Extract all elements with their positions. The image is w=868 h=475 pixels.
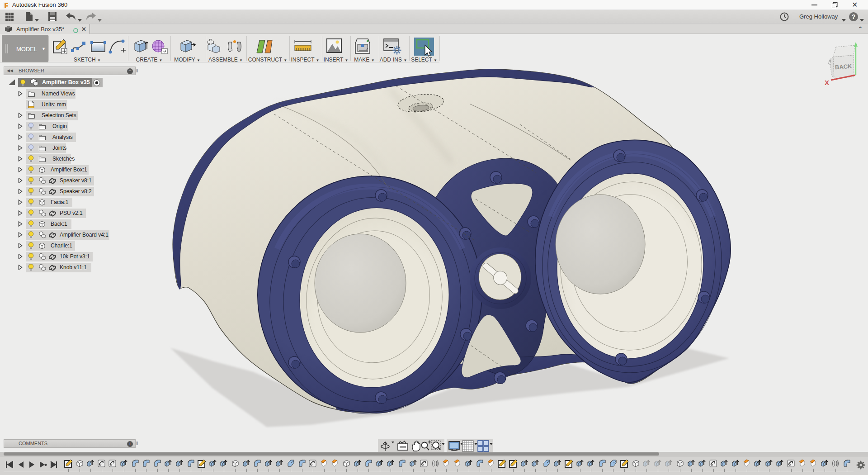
svg-text:X: X bbox=[825, 79, 829, 86]
svg-text:BACK: BACK bbox=[835, 63, 852, 71]
svg-text:?: ? bbox=[852, 13, 856, 20]
